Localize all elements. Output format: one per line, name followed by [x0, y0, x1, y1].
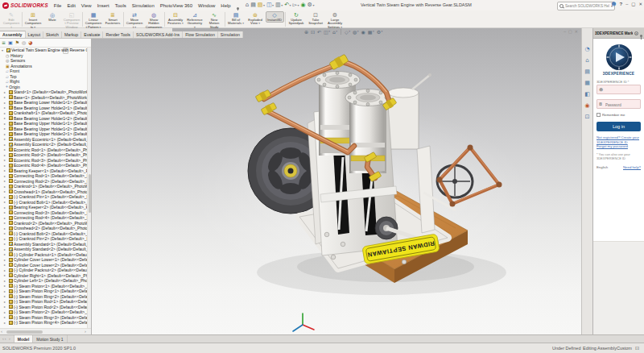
language-select[interactable]: English: [597, 165, 608, 169]
rebuild-icon[interactable]: ◉: [301, 2, 306, 8]
print-icon[interactable]: ▥▾: [275, 2, 283, 8]
expander-icon[interactable]: ▸: [4, 310, 7, 314]
tab-simulation[interactable]: Simulation: [218, 31, 243, 38]
tree-item[interactable]: ▸Cylinder Cover Lower<2> (Default<<Defau…: [0, 263, 87, 268]
tab-evaluate[interactable]: Evaluate: [81, 31, 103, 38]
tree-item[interactable]: ▸(-) Crankrod Bolt<1> (Default<<Default>…: [0, 200, 87, 206]
exploded-view-button[interactable]: ⊛Exploded View ▾: [246, 11, 265, 27]
resources-icon[interactable]: ⌂: [585, 57, 588, 64]
tree-item[interactable]: ▸Bearing Keeper<1> (Default<<Default>_Ph…: [0, 168, 87, 174]
menu-view[interactable]: View: [79, 2, 94, 9]
insert-components-button[interactable]: ⊞Insert Components ▾: [24, 11, 43, 30]
tree-item[interactable]: ▸Cylinder Right<1> (Default<<Default>_Ph…: [0, 273, 87, 279]
tree-item[interactable]: ▸Assembly Eccentric<2> (Default<Default_…: [0, 142, 87, 147]
section-view-icon[interactable]: ◫▾: [324, 29, 330, 35]
tree-item[interactable]: ▸Base Bearing Lower Holder2<1> (Default<…: [0, 106, 87, 111]
tree-item[interactable]: ▸Base Bearing Lower Holder1<2> (Default<…: [0, 116, 87, 122]
dropdown-caret-icon[interactable]: ▾: [373, 29, 374, 35]
tree-item[interactable]: ▸(-) Steam Piston Ring<3> (Default<<Defa…: [0, 315, 87, 321]
zoom-to-area-icon[interactable]: ⊡: [311, 29, 315, 35]
configurationmanager-icon[interactable]: ⚑: [15, 39, 19, 45]
tab-render-tools[interactable]: Render Tools: [103, 31, 133, 38]
tree-item[interactable]: ▸Connecting Rod<1> (Default<<Default>_Ph…: [0, 173, 87, 179]
tree-item[interactable]: ▸(-) Cylinder Packnut<2> (Default<<Defau…: [0, 268, 87, 273]
design-library-icon[interactable]: ▤: [584, 69, 590, 75]
bill-of-materials-button[interactable]: ▤Bill of Materials ▾: [227, 11, 246, 27]
id-field[interactable]: ☻: [597, 85, 641, 94]
expander-icon[interactable]: ▸: [4, 284, 7, 288]
doc-restore-icon[interactable]: ▢: [568, 29, 572, 34]
dropdown-caret-icon[interactable]: ▾: [290, 2, 291, 8]
expander-icon[interactable]: ▸: [4, 132, 7, 136]
tree-item[interactable]: ▸Eccentric Rod<4> (Default<<Default>_Pho…: [0, 163, 87, 168]
expander-icon[interactable]: ▸: [4, 247, 7, 251]
smart-fasteners-button[interactable]: ≣Smart Fasteners: [104, 11, 122, 27]
dropdown-caret-icon[interactable]: ▾: [272, 2, 274, 8]
large-assembly-settings-button[interactable]: ⚙Large Assembly Settings ▾: [326, 11, 345, 30]
task-pane-tab[interactable]: 3DEXPERIENCE Marke... ✕: [593, 28, 644, 39]
expander-icon[interactable]: ▸: [4, 189, 7, 193]
update-speedpak-button[interactable]: ↻Update Speedpak: [287, 11, 306, 27]
dropdown-caret-icon[interactable]: ▾: [312, 2, 314, 8]
expander-icon[interactable]: ▸: [4, 226, 7, 230]
log-in-button[interactable]: Log in: [597, 122, 641, 131]
tree-item[interactable]: ▸(-) Steam Piston Ring<2> (Default<<Defa…: [0, 294, 87, 300]
select-icon[interactable]: ▻▾: [293, 2, 299, 8]
expander-icon[interactable]: ▸: [4, 116, 7, 120]
display-style-icon[interactable]: ◇▾: [345, 29, 350, 35]
menu-insert[interactable]: Insert: [95, 2, 112, 9]
expander-icon[interactable]: ▸: [4, 273, 7, 277]
tree-item[interactable]: ▸Eccentric Rod<2> (Default<<Default>_Pho…: [0, 152, 87, 158]
scroll-left-icon[interactable]: ‹: [1, 329, 2, 334]
tree-item[interactable]: ▸(-) Steam Piston<1> (Default<<Default>_…: [0, 284, 87, 289]
expander-icon[interactable]: ▸: [4, 168, 7, 172]
dimxpertmanager-icon[interactable]: ◎: [22, 39, 26, 45]
custom-properties-icon[interactable]: ⊡: [585, 114, 590, 120]
tree-item[interactable]: ▸Assembly Standard<2> (Default<Default_D…: [0, 247, 87, 252]
new-document-icon[interactable]: ▤: [250, 2, 256, 8]
close-icon[interactable]: ✕: [638, 2, 642, 6]
tree-item[interactable]: ▸Connecting Rod<3> (Default<<Default>_Ph…: [0, 210, 87, 216]
tree-item[interactable]: ▸(-) Crankrod Pin<2> (Default<<Default>_…: [0, 236, 87, 242]
tree-item[interactable]: ▾Vertical Twin Steam Engine with Reverse…: [0, 48, 87, 53]
expander-icon[interactable]: ▸: [4, 231, 7, 235]
expander-icon[interactable]: ▸: [4, 305, 7, 309]
tree-item[interactable]: ▸Base Bearing Upper Holder1<2> (Default<…: [0, 127, 87, 132]
assembly-features-button[interactable]: ⊟Assembly Features ▾: [167, 11, 185, 27]
expander-icon[interactable]: ▸: [4, 252, 7, 256]
graphics-viewport[interactable]: RIDWAN SEPTIAWAN ⊕⊡↶◫▾⌂▾◇▾◍▾◉▦▾⚙▾ – ▢ ✕: [92, 28, 581, 334]
tree-item[interactable]: ▸Eccentric Rod<3> (Default<<Default>_Pho…: [0, 158, 87, 164]
expander-icon[interactable]: ▾: [2, 48, 5, 52]
scroll-right-icon[interactable]: ›: [85, 329, 86, 334]
expander-icon[interactable]: ▸: [4, 237, 7, 241]
tree-item[interactable]: ▸Stand<1> (Default<<Default>_PhotoWorks …: [0, 89, 87, 95]
zoom-to-fit-icon[interactable]: ⊕: [304, 29, 308, 35]
displaymanager-icon[interactable]: ◕: [28, 39, 32, 45]
not-registered-link[interactable]: Not registered? Create your: [597, 135, 641, 140]
tree-item[interactable]: ▸Base Bearing Upper Holder2<1> (Default<…: [0, 131, 87, 137]
menu-tools[interactable]: Tools: [113, 2, 129, 9]
id-input[interactable]: [604, 85, 642, 95]
tree-item[interactable]: ▸(-) Steam Piston<2> (Default<<Default>_…: [0, 309, 87, 315]
dropdown-caret-icon[interactable]: ▾: [349, 29, 350, 35]
tree-item[interactable]: ▸Assembly Standard<1> (Default<Default_D…: [0, 242, 87, 247]
minimize-icon[interactable]: –: [625, 2, 628, 6]
tree-vertical-scrollbar[interactable]: [87, 48, 91, 328]
tree-item[interactable]: ▸(-) Steam Piston Ring<4> (Default<<Defa…: [0, 320, 87, 326]
tree-item[interactable]: ▸Eccentric Rod<1> (Default<<Default>_Pho…: [0, 147, 87, 153]
tab-model[interactable]: Model: [14, 335, 33, 343]
menu-simulation[interactable]: Simulation: [130, 2, 157, 9]
menu-file[interactable]: File: [52, 2, 64, 9]
doc-minimize-icon[interactable]: –: [564, 29, 566, 34]
instant3d-button[interactable]: ◇Instant3D: [266, 11, 284, 23]
expander-icon[interactable]: ▸: [4, 206, 7, 210]
expander-icon[interactable]: ▸: [4, 221, 7, 225]
expander-icon[interactable]: ▸: [4, 137, 7, 141]
search-input[interactable]: Search SOLIDWORKS Help ▾: [557, 2, 615, 10]
password-input[interactable]: [604, 100, 642, 110]
password-field[interactable]: ◘: [597, 99, 641, 109]
tree-item[interactable]: ▸Cylinder Left<1> (Default<<Default>_Pho…: [0, 278, 87, 284]
menu-help[interactable]: Help: [218, 2, 233, 9]
expander-icon[interactable]: ▸: [4, 210, 7, 214]
expander-icon[interactable]: ▸: [4, 321, 7, 325]
